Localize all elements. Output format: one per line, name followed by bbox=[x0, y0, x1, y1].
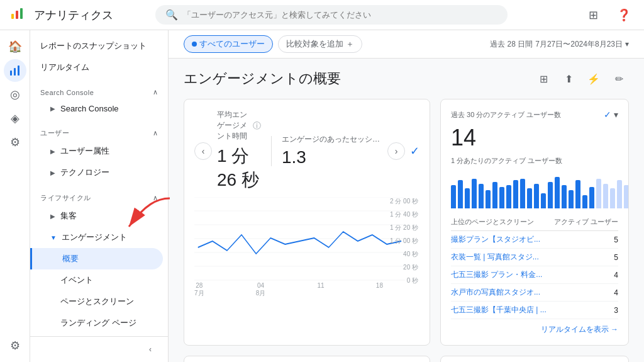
page-actions: ⊞ ⬆ ⚡ ✏ bbox=[533, 69, 629, 89]
x-label-0: 287月 bbox=[194, 282, 204, 298]
insights-icon[interactable]: ⚡ bbox=[584, 69, 604, 89]
info-icon[interactable]: ⓘ bbox=[253, 120, 261, 132]
active-check-icon: ✓ bbox=[604, 110, 611, 120]
edit-icon[interactable]: ✏ bbox=[609, 69, 629, 89]
collapse-icon-lifecycle[interactable]: ∧ bbox=[153, 194, 158, 202]
sidebar-item-acquisition[interactable]: ▶ 集客 bbox=[30, 205, 163, 227]
mini-bar-item bbox=[458, 180, 463, 208]
sidebar-item-events[interactable]: イベント bbox=[30, 269, 163, 291]
svg-rect-3 bbox=[10, 71, 12, 76]
left-nav: 🏠 ◎ ◈ ⚙ ⚙ bbox=[0, 30, 30, 362]
mini-bar-item bbox=[451, 185, 456, 208]
page-name: 衣装一覧 | 写真館スタジ... bbox=[451, 252, 614, 263]
sidebar-content: レポートのスナップショット リアルタイム Search Console ∧ ▶ … bbox=[30, 30, 168, 336]
engagement-card: ‹ 平均エンゲージメント時間 ⓘ 1 分 26 秒 エンゲー bbox=[184, 99, 430, 346]
sidebar-item-demographics[interactable]: ▶ ユーザー属性 bbox=[30, 140, 163, 162]
mini-bar-item bbox=[555, 177, 560, 208]
nav-configure[interactable]: ⚙ bbox=[4, 131, 26, 154]
filter-dot bbox=[192, 42, 197, 47]
main-cards-grid: ‹ 平均エンゲージメント時間 ⓘ 1 分 26 秒 エンゲー bbox=[169, 94, 644, 356]
sidebar-item-snapshots[interactable]: レポートのスナップショット bbox=[30, 35, 163, 57]
mini-bar-item bbox=[582, 195, 587, 208]
active-dropdown-icon[interactable]: ▾ bbox=[614, 110, 618, 120]
filter-all-users[interactable]: すべてのユーザー bbox=[184, 35, 273, 53]
active-users-row: 七五三撮影 プラン・料金...4 bbox=[451, 266, 618, 284]
sidebar-item-search-console[interactable]: ▶ Search Console bbox=[30, 99, 163, 118]
svg-rect-0 bbox=[11, 14, 14, 19]
logo-icon bbox=[10, 6, 24, 24]
mini-bar-item bbox=[492, 182, 497, 208]
nav-explore[interactable]: ◎ bbox=[4, 83, 26, 106]
collapse-icon-users[interactable]: ∧ bbox=[153, 129, 158, 137]
page-name: 撮影プラン【スタジオビ... bbox=[451, 234, 614, 245]
mini-bar-item bbox=[479, 184, 484, 208]
page-name: 七五三撮影 プラン・料金... bbox=[451, 269, 614, 280]
event-table-card: イベント数（イベント名） ✓ ▾ イベント名 イベント数 bbox=[440, 356, 629, 362]
customize-icon[interactable]: ⊞ bbox=[533, 69, 553, 89]
active-users-card: 過去 30 分のアクティブ ユーザー数 ✓ ▾ 14 1 分あたりのアクティブ … bbox=[440, 99, 629, 346]
active-users-row: 水戸市の写真館スタジオ...4 bbox=[451, 284, 618, 302]
sidebar-item-engagement[interactable]: ▼ エンゲージメント bbox=[30, 227, 163, 248]
next-metric-btn[interactable]: › bbox=[387, 142, 405, 160]
mini-bar-item bbox=[506, 185, 511, 208]
active-users-title: 過去 30 分のアクティブ ユーザー数 bbox=[451, 110, 561, 120]
active-users-table: 撮影プラン【スタジオビ...5衣装一覧 | 写真館スタジ...5七五三撮影 プラ… bbox=[451, 231, 618, 319]
mini-bar-chart bbox=[451, 171, 618, 208]
active-users-sub-label: 1 分あたりのアクティブ ユーザー数 bbox=[451, 156, 618, 166]
sidebar-item-overview[interactable]: 概要 bbox=[30, 248, 163, 269]
active-users-row: 七五三撮影【千葉中央店 | ...3 bbox=[451, 302, 618, 319]
svg-rect-1 bbox=[16, 11, 18, 19]
nav-settings[interactable]: ⚙ bbox=[4, 334, 26, 357]
page-title: エンゲージメントの概要 bbox=[184, 69, 341, 88]
sidebar-item-realtime[interactable]: リアルタイム bbox=[30, 57, 163, 78]
filter-bar: すべてのユーザー 比較対象を追加 ＋ 過去 28 日間 7月27日〜2024年8… bbox=[169, 30, 644, 59]
nav-reports[interactable] bbox=[4, 59, 26, 82]
sidebar-section-search-console: Search Console ∧ bbox=[30, 78, 168, 99]
main-layout: 🏠 ◎ ◈ ⚙ ⚙ レポートのスナップショット リアルタイム bbox=[0, 30, 644, 362]
app-title: アナリティクス bbox=[34, 8, 113, 23]
active-users-row: 撮影プラン【スタジオビ...5 bbox=[451, 231, 618, 249]
prev-metric-btn[interactable]: ‹ bbox=[194, 142, 212, 160]
expand-arrow-acq: ▶ bbox=[50, 213, 55, 220]
sidebar-label-snapshots: レポートのスナップショット bbox=[40, 40, 147, 52]
mini-bar-item bbox=[465, 188, 470, 208]
nav-home[interactable]: 🏠 bbox=[4, 35, 26, 58]
sidebar-item-technology[interactable]: ▶ テクノロジー bbox=[30, 162, 163, 183]
top-header: アナリティクス 🔍 ⊞ ❓ bbox=[0, 0, 644, 30]
engagement-chart: 2 分 00 秒 1 分 40 秒 1 分 20 秒 1 分 00 秒 40 秒… bbox=[194, 197, 419, 298]
apps-icon-btn[interactable]: ⊞ bbox=[584, 5, 604, 25]
mini-bar-item bbox=[575, 180, 580, 208]
mini-bar-item bbox=[527, 188, 532, 208]
metric-check-icon: ✓ bbox=[410, 144, 419, 158]
active-users-row: 衣装一覧 | 写真館スタジ...5 bbox=[451, 249, 618, 266]
x-label-3: 18 bbox=[376, 282, 383, 298]
mini-bar-item bbox=[472, 179, 477, 208]
share-icon[interactable]: ⬆ bbox=[558, 69, 579, 89]
mini-bar-item bbox=[596, 179, 601, 208]
sidebar-collapse-btn[interactable]: ‹ bbox=[143, 342, 158, 357]
help-icon-btn[interactable]: ❓ bbox=[614, 5, 634, 25]
search-input[interactable] bbox=[183, 10, 497, 20]
date-range[interactable]: 過去 28 日間 7月27日〜2024年8月23日 ▾ bbox=[490, 39, 629, 50]
search-bar[interactable]: 🔍 bbox=[155, 5, 508, 25]
page-count: 4 bbox=[614, 271, 618, 280]
realtime-link[interactable]: リアルタイムを表示 → bbox=[451, 324, 618, 335]
x-label-1: 048月 bbox=[256, 282, 266, 298]
sidebar-item-landing[interactable]: ランディング ページ bbox=[30, 312, 163, 334]
x-label-2: 11 bbox=[318, 282, 325, 298]
mini-bar-item bbox=[624, 185, 629, 208]
sidebar-section-lifecycle: ライフサイクル ∧ bbox=[30, 183, 168, 205]
nav-advertising[interactable]: ◈ bbox=[4, 107, 26, 130]
active-users-table-header: 上位のページとスクリーン アクティブ ユーザー bbox=[451, 213, 618, 231]
date-dropdown-icon: ▾ bbox=[625, 40, 629, 48]
page-count: 4 bbox=[614, 288, 618, 297]
sidebar-item-pages[interactable]: ページとスクリーン bbox=[30, 291, 163, 312]
collapse-icon[interactable]: ∧ bbox=[153, 88, 158, 96]
expand-arrow-eng: ▼ bbox=[50, 234, 57, 241]
mini-bar-item bbox=[569, 190, 574, 208]
sidebar-label-realtime: リアルタイム bbox=[40, 62, 89, 73]
add-comparison[interactable]: 比較対象を追加 ＋ bbox=[278, 35, 362, 53]
mini-bar-item bbox=[589, 187, 594, 208]
mini-bar-item bbox=[562, 185, 567, 208]
main-content: すべてのユーザー 比較対象を追加 ＋ 過去 28 日間 7月27日〜2024年8… bbox=[169, 30, 644, 362]
